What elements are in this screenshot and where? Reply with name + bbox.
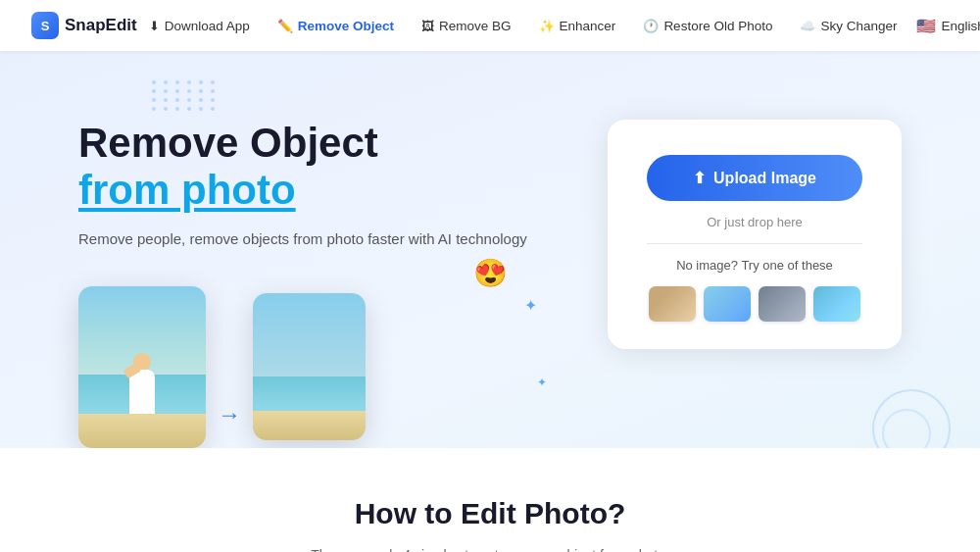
dots-decoration [152,80,218,111]
nav-restore-photo[interactable]: 🕐 Restore Old Photo [631,13,784,39]
hero-subtitle: Remove people, remove objects from photo… [78,230,527,247]
nav-remove-object[interactable]: ✏️ Remove Object [266,13,406,39]
language-selector[interactable]: 🇺🇸 English ▾ [908,13,980,39]
how-title: How to Edit Photo? [78,497,902,530]
before-image-card [78,286,206,448]
sample-thumb-4[interactable] [813,286,860,322]
upload-icon: ⬆ [693,169,706,187]
sand-bg [78,414,206,448]
person-figure [113,353,172,414]
sparkle-icon-2: ✦ [537,376,547,389]
upload-button-label: Upload Image [713,170,816,187]
upload-card: ⬆ Upload Image Or just drop here No imag… [608,120,902,349]
hero-title-line2: from photo [78,167,296,213]
how-to-section: How to Edit Photo? There are only 4 simp… [0,448,980,552]
navbar: S SnapEdit ⬇ Download App ✏️ Remove Obje… [0,0,980,51]
after-image-card [253,293,366,440]
nav-remove-bg[interactable]: 🖼 Remove BG [410,13,523,39]
clock-icon: 🕐 [643,19,659,33]
hero-images: → 😍 ✦ ✦ [78,286,527,448]
arrow-container: → [218,401,241,448]
water-after [253,376,366,411]
sparkle-icon-1: ✦ [524,296,537,315]
edit-icon: ✏️ [277,19,293,33]
drop-hint: Or just drop here [707,215,803,229]
nav-right: 🇺🇸 English ▾ [908,13,980,39]
sample-thumb-2[interactable] [704,286,751,322]
divider [647,243,862,244]
nav-enhancer[interactable]: ✨ Enhancer [527,13,628,39]
sample-label: No image? Try one of these [676,258,833,273]
download-icon: ⬇ [149,19,160,33]
sample-thumb-1[interactable] [649,286,696,322]
right-arrow-icon: → [218,401,241,428]
cloud-icon: ☁️ [800,19,815,33]
logo-icon: S [31,12,59,39]
hero-left: Remove Object from photo Remove people, … [78,110,527,448]
brand-name: SnapEdit [65,16,137,35]
nav-download-app[interactable]: ⬇ Download App [137,13,262,39]
how-subtitle: There are only 4 simple steps to remove … [294,544,686,552]
sample-images [649,286,860,322]
sand-after [253,411,366,440]
hero-title-line1: Remove Object [78,120,378,166]
happy-emoji: 😍 [473,257,508,289]
person-body [129,370,155,414]
sparkle-icon: ✨ [539,19,555,33]
lang-label: English [941,19,980,33]
image-icon: 🖼 [421,19,434,33]
hero-section: Remove Object from photo Remove people, … [0,51,980,448]
logo[interactable]: S SnapEdit [31,12,137,39]
nav-links: ⬇ Download App ✏️ Remove Object 🖼 Remove… [137,13,909,39]
flag-icon: 🇺🇸 [916,17,936,35]
upload-image-button[interactable]: ⬆ Upload Image [647,155,862,201]
hero-title: Remove Object from photo [78,120,527,215]
sample-thumb-3[interactable] [759,286,806,322]
nav-sky-changer[interactable]: ☁️ Sky Changer [788,13,908,39]
